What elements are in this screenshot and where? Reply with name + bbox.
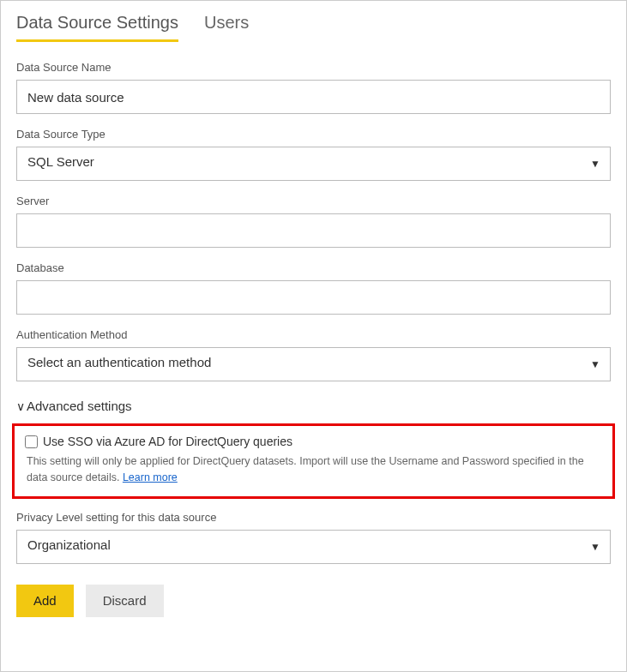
- tab-bar: Data Source Settings Users: [16, 8, 611, 42]
- chevron-down-icon: ∨: [16, 399, 25, 413]
- label-privacy-level: Privacy Level setting for this data sour…: [16, 511, 611, 524]
- label-use-sso: Use SSO via Azure AD for DirectQuery que…: [43, 435, 292, 448]
- label-server: Server: [16, 195, 611, 207]
- link-learn-more[interactable]: Learn more: [123, 471, 178, 483]
- advanced-settings-label: Advanced settings: [27, 399, 132, 413]
- advanced-settings-expander[interactable]: ∨ Advanced settings: [16, 399, 611, 413]
- field-data-source-type: Data Source Type SQL Server ▼: [16, 128, 611, 181]
- checkbox-use-sso[interactable]: [25, 435, 38, 448]
- tab-users[interactable]: Users: [204, 8, 249, 42]
- select-privacy-level[interactable]: Organizational: [16, 530, 611, 564]
- input-data-source-name[interactable]: [16, 80, 611, 114]
- select-authentication-method[interactable]: Select an authentication method: [16, 347, 611, 381]
- input-server[interactable]: [16, 213, 611, 248]
- discard-button[interactable]: Discard: [86, 585, 164, 617]
- data-source-settings-panel: Data Source Settings Users Data Source N…: [0, 0, 627, 672]
- field-server: Server: [16, 195, 611, 248]
- sso-checkbox-row: Use SSO via Azure AD for DirectQuery que…: [25, 435, 602, 448]
- field-data-source-name: Data Source Name: [16, 61, 611, 114]
- field-database: Database: [16, 261, 611, 315]
- label-authentication-method: Authentication Method: [16, 328, 611, 341]
- sso-description-text: This setting will only be applied for Di…: [27, 455, 584, 483]
- sso-highlight-box: Use SSO via Azure AD for DirectQuery que…: [12, 423, 615, 499]
- sso-description: This setting will only be applied for Di…: [25, 453, 602, 486]
- field-privacy-level: Privacy Level setting for this data sour…: [16, 511, 611, 564]
- button-row: Add Discard: [16, 585, 611, 617]
- input-database[interactable]: [16, 280, 611, 315]
- label-data-source-name: Data Source Name: [16, 61, 611, 74]
- label-database: Database: [16, 261, 611, 274]
- field-authentication-method: Authentication Method Select an authenti…: [16, 328, 611, 381]
- select-data-source-type[interactable]: SQL Server: [16, 147, 611, 181]
- add-button[interactable]: Add: [16, 585, 74, 617]
- tab-data-source-settings[interactable]: Data Source Settings: [16, 8, 178, 42]
- label-data-source-type: Data Source Type: [16, 128, 611, 141]
